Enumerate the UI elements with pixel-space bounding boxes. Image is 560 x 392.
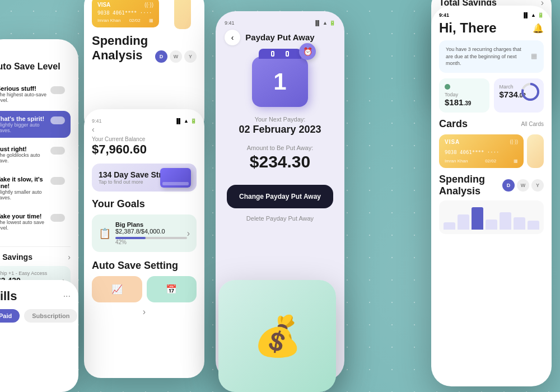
toggle-5[interactable]	[50, 214, 65, 222]
spending-title-8: Spending Analysis	[439, 174, 502, 197]
delete-payday-btn[interactable]: Delete Payday Put Away	[227, 215, 333, 222]
autosave-btn-trend[interactable]: 📈	[92, 276, 142, 302]
spending-period-tabs: D W Y	[155, 50, 197, 63]
clock-badge: ⏰	[299, 43, 316, 60]
status-time-4: 9:41	[225, 20, 235, 26]
goal-icon: 📋	[99, 227, 111, 240]
bar-1	[444, 222, 455, 230]
payday-back-btn[interactable]: ‹	[225, 30, 240, 45]
bar-7	[528, 221, 539, 229]
recurring-alert: You have 3 recurring charges that are du…	[439, 40, 544, 73]
card-number-mini: 9038 4061**** ····	[97, 10, 153, 16]
bills-menu[interactable]: ···	[63, 291, 71, 301]
status-icons-4: ▐▌▲🔋	[314, 20, 335, 26]
today-stat: Today $181.39	[439, 78, 489, 113]
autosave-item-3[interactable]: Just right! The goldilocks auto save.	[0, 141, 71, 168]
visa-exp-1: 02/02	[485, 158, 496, 164]
alert-text: You have 3 recurring charges that are du…	[446, 46, 526, 67]
autosave-item-4[interactable]: Take it slow, it's fine! Slightly smalle…	[0, 171, 71, 205]
phone-dashboard: 9:41 ▐▌▲🔋 Hi, There 🔔 You have 3 recurri…	[431, 6, 552, 386]
visa-chip-1: ▦	[514, 158, 518, 164]
autosave-sublabel-1: The highest auto-save level.	[0, 92, 50, 103]
cardholder-mini: Imran Khan	[97, 18, 120, 23]
autosave-chevron[interactable]: ›	[143, 307, 146, 317]
spending-y[interactable]: Y	[531, 179, 544, 192]
bar-4	[486, 220, 497, 230]
phone-bag: 💰	[218, 280, 336, 392]
cards-title: Cards	[439, 118, 468, 130]
autosave-item-5[interactable]: Take your time! The lowest auto save lev…	[0, 208, 71, 235]
cal-ring-right	[286, 51, 289, 57]
autosave-label-2: That's the spirit!	[0, 115, 50, 122]
bills-tab-paid[interactable]: Paid	[0, 309, 20, 323]
autosave-sublabel-2: Slightly bigger auto saves.	[0, 122, 50, 133]
card-exp-mini: 02/02	[129, 18, 141, 23]
payday-info-block: Your Next Payday: 02 February 2023 Amoun…	[216, 116, 344, 222]
phone-bills: Bills ··· Paid Subscription	[0, 280, 78, 392]
goal-chevron[interactable]: ›	[187, 228, 190, 239]
balance-label: Your Current Balance	[92, 136, 197, 142]
payday-date: 02 February 2023	[227, 124, 333, 136]
total-savings-chevron[interactable]: ›	[541, 0, 544, 8]
phone-balance: 9:41 ▐▌ ▲ 🔋 ‹ Your Current Balance $7,96…	[84, 109, 204, 378]
period-w[interactable]: W	[170, 50, 182, 63]
cards-row: VISA ((·)) 9038 4061**** ···· Imran Khan…	[439, 134, 544, 168]
greeting: Hi, There	[439, 20, 497, 36]
autosave-btn-calendar[interactable]: 📅	[147, 276, 197, 302]
balance-amount: $7,960.60	[92, 142, 197, 157]
period-y[interactable]: Y	[184, 50, 197, 63]
spending-w[interactable]: W	[517, 179, 529, 192]
visa-name-1: Imran Khan	[445, 158, 468, 164]
cards-header: Cards All Cards	[439, 118, 544, 130]
change-payday-btn[interactable]: Change Payday Put Away	[227, 185, 333, 208]
visa-nfc-1: ((·))	[510, 139, 519, 145]
back-chevron[interactable]: ‹	[92, 125, 95, 134]
savings-partial-title: tal Savings	[0, 253, 32, 262]
period-d[interactable]: D	[155, 50, 167, 63]
savings-chevron[interactable]: ›	[68, 253, 71, 262]
alert-close[interactable]: ▦	[531, 52, 537, 61]
today-dot	[445, 84, 450, 90]
toggle-3[interactable]	[50, 147, 65, 155]
card-visa-logo: VISA	[97, 2, 110, 8]
goal-pct: 42%	[115, 239, 187, 245]
payday-next-label: Your Next Payday:	[227, 116, 333, 123]
goal-card[interactable]: 📋 Big Plans $2,387.8/$4,000.0 42% ›	[92, 214, 197, 252]
visa-num-1: 9038 4061**** ····	[445, 150, 518, 155]
spending-chart	[439, 200, 544, 234]
credit-card-3d	[160, 168, 191, 188]
bag-illustration: 💰	[218, 280, 336, 392]
autosave-sublabel-5: The lowest auto save level.	[0, 220, 50, 231]
calendar-illustration: 1 ⏰	[216, 51, 344, 107]
card-wifi-icon: ((·))	[144, 2, 153, 8]
payday-amount-label: Amount to Be Put Away:	[227, 144, 333, 151]
visa-logo-1: VISA	[445, 139, 460, 145]
toggle-4[interactable]	[50, 177, 65, 185]
savings-card-name: Chip +1 - Easy Access	[0, 270, 65, 276]
status-icons-3: ▐▌ ▲ 🔋	[175, 118, 197, 124]
autosave-item-2[interactable]: That's the spirit! Slightly bigger auto …	[0, 111, 71, 138]
bills-title: Bills	[0, 289, 17, 304]
toggle-2[interactable]	[50, 116, 65, 124]
autosave-label-3: Just right!	[0, 146, 50, 152]
today-label: Today	[445, 92, 484, 97]
spending-d[interactable]: D	[502, 179, 515, 192]
march-stat: March $734.02	[494, 78, 544, 113]
donut-chart	[520, 82, 540, 102]
spending-analysis-header: Spending Analysis D W Y	[439, 174, 544, 197]
autosave-label-5: Take your time!	[0, 213, 50, 220]
bills-tab-subscription[interactable]: Subscription	[24, 309, 77, 323]
today-amount: $181.39	[445, 97, 484, 107]
partial-card-right	[174, 0, 197, 29]
autosave-item-1[interactable]: Serious stuff! The highest auto-save lev…	[0, 81, 71, 108]
autosave-buttons: 📈 📅	[92, 276, 197, 302]
autosave-title: Auto Save Level	[0, 62, 71, 72]
bell-icon[interactable]: 🔔	[533, 23, 544, 34]
payday-title: Payday Put Away	[245, 32, 314, 42]
bar-2	[458, 214, 469, 229]
visa-card-1[interactable]: VISA ((·)) 9038 4061**** ···· Imran Khan…	[439, 134, 524, 168]
toggle-1[interactable]	[50, 86, 65, 94]
bar-3	[472, 207, 483, 230]
streak-card[interactable]: 134 Day Save Streak! Tap to find out mor…	[92, 164, 197, 192]
all-cards-link[interactable]: All Cards	[521, 121, 544, 127]
